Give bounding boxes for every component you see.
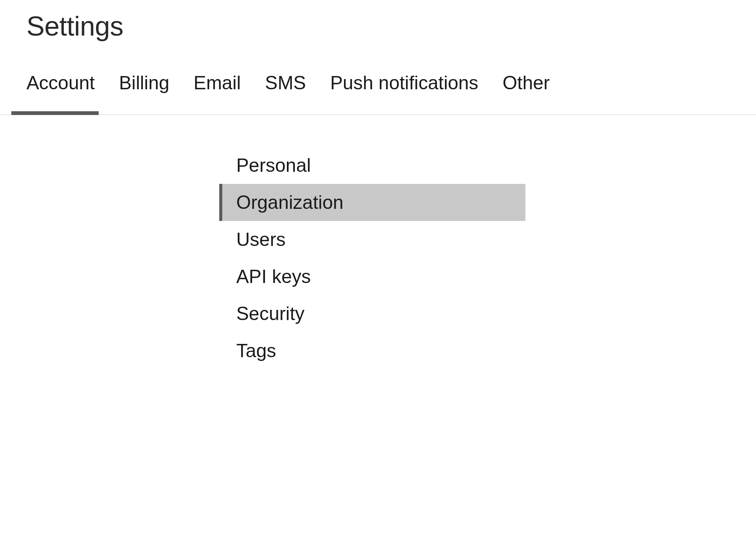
- tab-sms[interactable]: SMS: [265, 72, 306, 114]
- sidebar-item-tags[interactable]: Tags: [219, 332, 525, 369]
- settings-sidebar: Personal Organization Users API keys Sec…: [219, 147, 525, 369]
- sidebar-item-security[interactable]: Security: [219, 295, 525, 332]
- tab-email[interactable]: Email: [194, 72, 241, 114]
- tab-account[interactable]: Account: [26, 72, 95, 114]
- sidebar-item-organization[interactable]: Organization: [219, 184, 525, 221]
- page-title: Settings: [0, 0, 756, 42]
- tab-push-notifications[interactable]: Push notifications: [330, 72, 478, 114]
- sidebar-item-api-keys[interactable]: API keys: [219, 258, 525, 295]
- tabs-nav: Account Billing Email SMS Push notificat…: [0, 42, 756, 115]
- sidebar-item-personal[interactable]: Personal: [219, 147, 525, 184]
- sidebar-item-users[interactable]: Users: [219, 221, 525, 258]
- tab-other[interactable]: Other: [502, 72, 550, 114]
- content-area: Personal Organization Users API keys Sec…: [0, 115, 756, 369]
- tab-billing[interactable]: Billing: [119, 72, 169, 114]
